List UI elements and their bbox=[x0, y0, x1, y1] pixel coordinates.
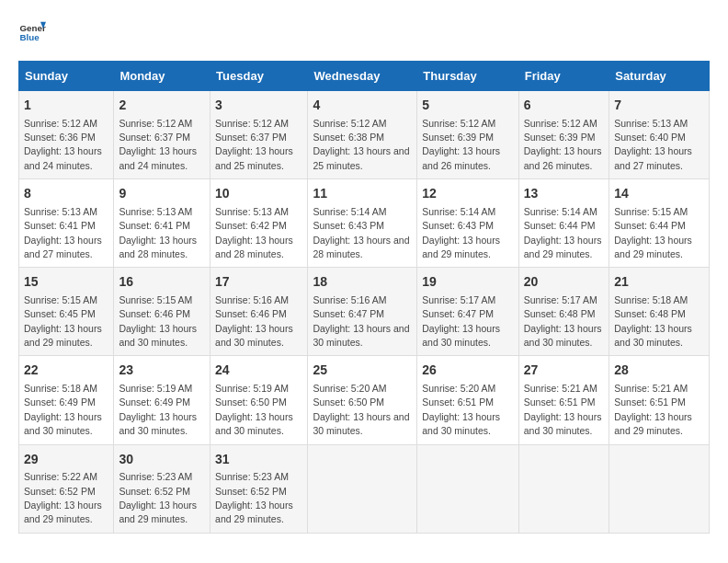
day-number: 3 bbox=[215, 97, 302, 115]
day-number: 22 bbox=[24, 362, 108, 380]
day-info: Sunrise: 5:12 AMSunset: 6:39 PMDaylight:… bbox=[422, 118, 500, 171]
day-info: Sunrise: 5:17 AMSunset: 6:47 PMDaylight:… bbox=[422, 294, 500, 348]
calendar-cell: 23Sunrise: 5:19 AMSunset: 6:49 PMDayligh… bbox=[114, 356, 210, 444]
day-info: Sunrise: 5:14 AMSunset: 6:43 PMDaylight:… bbox=[313, 206, 409, 259]
calendar-cell: 28Sunrise: 5:21 AMSunset: 6:51 PMDayligh… bbox=[609, 356, 710, 444]
calendar-cell: 4Sunrise: 5:12 AMSunset: 6:38 PMDaylight… bbox=[308, 91, 417, 179]
calendar-cell: 17Sunrise: 5:16 AMSunset: 6:46 PMDayligh… bbox=[210, 268, 308, 356]
day-info: Sunrise: 5:15 AMSunset: 6:45 PMDaylight:… bbox=[24, 294, 102, 348]
day-number: 1 bbox=[24, 97, 108, 115]
calendar-cell bbox=[518, 444, 609, 533]
day-info: Sunrise: 5:13 AMSunset: 6:41 PMDaylight:… bbox=[119, 206, 197, 259]
calendar-cell: 29Sunrise: 5:22 AMSunset: 6:52 PMDayligh… bbox=[19, 444, 114, 533]
header-saturday: Saturday bbox=[609, 62, 710, 91]
day-info: Sunrise: 5:13 AMSunset: 6:40 PMDaylight:… bbox=[614, 118, 692, 171]
logo-icon: General Blue bbox=[18, 18, 46, 46]
calendar-week-row: 1Sunrise: 5:12 AMSunset: 6:36 PMDaylight… bbox=[19, 91, 710, 179]
day-number: 2 bbox=[119, 97, 205, 115]
day-info: Sunrise: 5:16 AMSunset: 6:47 PMDaylight:… bbox=[313, 294, 409, 348]
page-header: General Blue bbox=[18, 18, 710, 46]
header-wednesday: Wednesday bbox=[308, 62, 417, 91]
day-info: Sunrise: 5:13 AMSunset: 6:41 PMDaylight:… bbox=[24, 206, 102, 259]
day-info: Sunrise: 5:21 AMSunset: 6:51 PMDaylight:… bbox=[524, 383, 602, 436]
calendar-cell: 20Sunrise: 5:17 AMSunset: 6:48 PMDayligh… bbox=[518, 268, 609, 356]
day-info: Sunrise: 5:15 AMSunset: 6:44 PMDaylight:… bbox=[614, 206, 692, 259]
day-info: Sunrise: 5:19 AMSunset: 6:50 PMDaylight:… bbox=[215, 383, 293, 436]
calendar-week-row: 29Sunrise: 5:22 AMSunset: 6:52 PMDayligh… bbox=[19, 444, 710, 533]
day-number: 9 bbox=[119, 185, 205, 203]
calendar-cell: 11Sunrise: 5:14 AMSunset: 6:43 PMDayligh… bbox=[308, 179, 417, 268]
day-number: 26 bbox=[422, 362, 514, 380]
day-number: 14 bbox=[614, 185, 704, 203]
day-number: 18 bbox=[313, 273, 412, 292]
calendar-cell: 14Sunrise: 5:15 AMSunset: 6:44 PMDayligh… bbox=[609, 179, 710, 268]
day-number: 16 bbox=[119, 273, 205, 292]
calendar-cell: 13Sunrise: 5:14 AMSunset: 6:44 PMDayligh… bbox=[518, 179, 609, 268]
calendar-cell: 6Sunrise: 5:12 AMSunset: 6:39 PMDaylight… bbox=[518, 91, 609, 179]
calendar-cell: 24Sunrise: 5:19 AMSunset: 6:50 PMDayligh… bbox=[210, 356, 308, 444]
day-info: Sunrise: 5:12 AMSunset: 6:39 PMDaylight:… bbox=[524, 118, 602, 171]
day-number: 28 bbox=[614, 362, 704, 380]
day-number: 30 bbox=[119, 451, 205, 469]
header-tuesday: Tuesday bbox=[210, 62, 308, 91]
day-number: 21 bbox=[614, 273, 704, 292]
day-number: 10 bbox=[215, 185, 302, 203]
calendar-cell: 1Sunrise: 5:12 AMSunset: 6:36 PMDaylight… bbox=[19, 91, 114, 179]
calendar-cell: 27Sunrise: 5:21 AMSunset: 6:51 PMDayligh… bbox=[518, 356, 609, 444]
calendar-cell: 7Sunrise: 5:13 AMSunset: 6:40 PMDaylight… bbox=[609, 91, 710, 179]
header-sunday: Sunday bbox=[19, 62, 114, 91]
calendar-cell: 5Sunrise: 5:12 AMSunset: 6:39 PMDaylight… bbox=[417, 91, 519, 179]
calendar-cell: 26Sunrise: 5:20 AMSunset: 6:51 PMDayligh… bbox=[417, 356, 519, 444]
day-info: Sunrise: 5:22 AMSunset: 6:52 PMDaylight:… bbox=[24, 471, 102, 524]
day-number: 20 bbox=[524, 273, 604, 292]
day-number: 6 bbox=[524, 97, 604, 115]
calendar-cell bbox=[417, 444, 519, 533]
svg-text:Blue: Blue bbox=[20, 32, 40, 42]
calendar-cell: 2Sunrise: 5:12 AMSunset: 6:37 PMDaylight… bbox=[114, 91, 210, 179]
day-info: Sunrise: 5:23 AMSunset: 6:52 PMDaylight:… bbox=[119, 471, 197, 524]
day-info: Sunrise: 5:21 AMSunset: 6:51 PMDaylight:… bbox=[614, 383, 692, 436]
calendar-cell: 10Sunrise: 5:13 AMSunset: 6:42 PMDayligh… bbox=[210, 179, 308, 268]
logo: General Blue bbox=[18, 18, 46, 46]
calendar-cell: 31Sunrise: 5:23 AMSunset: 6:52 PMDayligh… bbox=[210, 444, 308, 533]
day-info: Sunrise: 5:14 AMSunset: 6:44 PMDaylight:… bbox=[524, 206, 602, 259]
calendar-cell: 19Sunrise: 5:17 AMSunset: 6:47 PMDayligh… bbox=[417, 268, 519, 356]
calendar-table: SundayMondayTuesdayWednesdayThursdayFrid… bbox=[18, 61, 710, 534]
day-number: 29 bbox=[24, 451, 108, 469]
calendar-cell: 8Sunrise: 5:13 AMSunset: 6:41 PMDaylight… bbox=[19, 179, 114, 268]
day-info: Sunrise: 5:20 AMSunset: 6:50 PMDaylight:… bbox=[313, 383, 409, 436]
day-info: Sunrise: 5:12 AMSunset: 6:36 PMDaylight:… bbox=[24, 118, 102, 171]
calendar-cell: 21Sunrise: 5:18 AMSunset: 6:48 PMDayligh… bbox=[609, 268, 710, 356]
day-number: 17 bbox=[215, 273, 302, 292]
day-number: 25 bbox=[313, 362, 412, 380]
day-number: 7 bbox=[614, 97, 704, 115]
day-number: 4 bbox=[313, 97, 412, 115]
day-number: 24 bbox=[215, 362, 302, 380]
calendar-cell: 30Sunrise: 5:23 AMSunset: 6:52 PMDayligh… bbox=[114, 444, 210, 533]
day-info: Sunrise: 5:14 AMSunset: 6:43 PMDaylight:… bbox=[422, 206, 500, 259]
day-number: 31 bbox=[215, 451, 302, 469]
day-info: Sunrise: 5:12 AMSunset: 6:37 PMDaylight:… bbox=[119, 118, 197, 171]
day-info: Sunrise: 5:13 AMSunset: 6:42 PMDaylight:… bbox=[215, 206, 293, 259]
calendar-cell: 18Sunrise: 5:16 AMSunset: 6:47 PMDayligh… bbox=[308, 268, 417, 356]
header-friday: Friday bbox=[518, 62, 609, 91]
day-info: Sunrise: 5:18 AMSunset: 6:48 PMDaylight:… bbox=[614, 294, 692, 348]
header-thursday: Thursday bbox=[417, 62, 519, 91]
day-info: Sunrise: 5:12 AMSunset: 6:38 PMDaylight:… bbox=[313, 118, 409, 171]
day-number: 27 bbox=[524, 362, 604, 380]
calendar-cell: 16Sunrise: 5:15 AMSunset: 6:46 PMDayligh… bbox=[114, 268, 210, 356]
calendar-cell: 3Sunrise: 5:12 AMSunset: 6:37 PMDaylight… bbox=[210, 91, 308, 179]
calendar-cell: 25Sunrise: 5:20 AMSunset: 6:50 PMDayligh… bbox=[308, 356, 417, 444]
day-number: 13 bbox=[524, 185, 604, 203]
calendar-week-row: 15Sunrise: 5:15 AMSunset: 6:45 PMDayligh… bbox=[19, 268, 710, 356]
calendar-cell: 12Sunrise: 5:14 AMSunset: 6:43 PMDayligh… bbox=[417, 179, 519, 268]
calendar-cell: 9Sunrise: 5:13 AMSunset: 6:41 PMDaylight… bbox=[114, 179, 210, 268]
day-info: Sunrise: 5:19 AMSunset: 6:49 PMDaylight:… bbox=[119, 383, 197, 436]
day-info: Sunrise: 5:17 AMSunset: 6:48 PMDaylight:… bbox=[524, 294, 602, 348]
day-info: Sunrise: 5:23 AMSunset: 6:52 PMDaylight:… bbox=[215, 471, 293, 524]
day-number: 11 bbox=[313, 185, 412, 203]
day-info: Sunrise: 5:20 AMSunset: 6:51 PMDaylight:… bbox=[422, 383, 500, 436]
day-number: 19 bbox=[422, 273, 514, 292]
day-number: 8 bbox=[24, 185, 108, 203]
day-number: 5 bbox=[422, 97, 514, 115]
